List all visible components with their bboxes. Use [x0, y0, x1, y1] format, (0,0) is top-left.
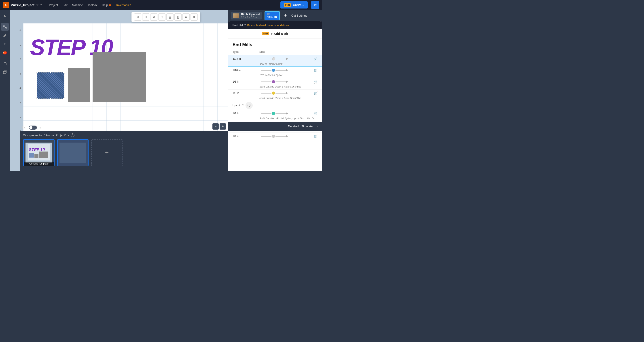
svg-rect-8: [34, 154, 38, 158]
bit-row-7: 1/4 in 🛒: [228, 133, 322, 140]
svg-text:STEP 10: STEP 10: [29, 148, 45, 152]
add-bit-label[interactable]: + Add a Bit: [271, 32, 288, 36]
workpiece-card-2[interactable]: [57, 139, 88, 166]
cart-icon-7[interactable]: 🛒: [314, 135, 318, 138]
bit-display[interactable]: Bit 1/32 in: [264, 11, 280, 20]
cut-settings-button[interactable]: Cut Settings: [291, 14, 307, 17]
help-bar: Need Help? Bit and Material Recommendati…: [228, 22, 322, 29]
nav-machine[interactable]: Machine: [72, 3, 83, 7]
resize-handle-tl[interactable]: [36, 72, 38, 73]
simulate-bar: Detailed Simulate ⋮: [228, 122, 322, 131]
material-thumbnail: [233, 14, 239, 18]
bit-list-item-4[interactable]: 1/8 in 🛒 Solid Carbide Upcut 4 Flute Spi…: [228, 90, 322, 101]
tool-apple[interactable]: 🍎: [1, 49, 9, 56]
bit-row-2: 1/16 in 🛒: [228, 67, 322, 74]
add-material-button[interactable]: +: [282, 13, 289, 19]
zoom-controls: − +: [212, 123, 226, 130]
col-size-header: Size: [260, 50, 318, 54]
upcut-icon: [246, 102, 253, 109]
detailed-button[interactable]: Detailed: [288, 125, 299, 128]
cart-icon-5[interactable]: 🛒: [314, 112, 318, 115]
tool-collapse[interactable]: ▲: [1, 12, 9, 19]
gray-shape-2[interactable]: [92, 52, 146, 102]
bit-size-1: 1/32 in: [233, 57, 260, 61]
workpieces-help[interactable]: ?: [71, 133, 74, 137]
bit-list-header: Type Size: [228, 49, 322, 55]
workpieces-arrow[interactable]: ▾: [68, 134, 69, 137]
bit-row-1: 1/32 in 🛒: [228, 55, 322, 63]
svg-rect-2: [3, 63, 6, 65]
carve-button[interactable]: PRO Carve...: [280, 1, 308, 9]
star-icon[interactable]: ☆: [36, 3, 39, 7]
pattern-shape[interactable]: [37, 72, 64, 99]
help-link[interactable]: Bit and Material Recommendations: [247, 24, 289, 27]
inventables-link[interactable]: Inventables: [116, 3, 131, 7]
upcut-area: Upcut ?: [228, 101, 322, 110]
nav-project[interactable]: Project: [49, 3, 58, 7]
resize-handle-tr[interactable]: [63, 72, 65, 73]
resize-handle-br[interactable]: [63, 98, 65, 99]
svg-rect-9: [39, 152, 48, 158]
nav-toolbox[interactable]: Toolbox: [88, 3, 98, 7]
align-bottom[interactable]: ▥: [174, 14, 182, 21]
bit-icon-3: 🛒: [261, 80, 318, 84]
align-top[interactable]: ⊡: [158, 14, 166, 21]
col-type-header: Type: [232, 50, 260, 54]
bit-list-item-1[interactable]: 1/32 in 🛒 1/32 in Fishtail Spiral: [228, 55, 322, 67]
align-center-v[interactable]: ⊟: [142, 14, 149, 21]
bit-size-7: 1/4 in: [232, 135, 260, 138]
pro-badge-add: PRO: [262, 32, 269, 35]
material-dims: 12 × 8 × 0.5 in: [241, 16, 260, 19]
gray-shape-1[interactable]: [68, 68, 90, 102]
nav-edit[interactable]: Edit: [62, 3, 67, 7]
svg-rect-11: [60, 143, 86, 163]
flip-h[interactable]: ⇔: [182, 14, 190, 21]
cart-icon-1[interactable]: 🛒: [314, 57, 317, 61]
left-toolbar: ▲ T 🍎: [0, 10, 10, 171]
zoom-out[interactable]: −: [212, 123, 219, 130]
align-middle-h[interactable]: ▤: [166, 14, 174, 21]
unit-mm-label: mm: [39, 126, 43, 129]
add-workpiece-card[interactable]: +: [91, 139, 122, 166]
svg-rect-3: [3, 71, 6, 74]
simulate-button[interactable]: Simulate: [301, 125, 312, 128]
shape-panel: Need Help? Bit and Material Recommendati…: [228, 22, 322, 171]
tool-shapes[interactable]: [1, 23, 9, 31]
main-area: ▲ T 🍎 ⊞ ⊟ ⊠ ⊡ ▤ ▥ ⇔ ⇕: [0, 10, 322, 171]
svg-rect-4: [4, 71, 7, 73]
cart-icon-3[interactable]: 🛒: [314, 80, 318, 84]
align-right[interactable]: ⊠: [150, 14, 158, 21]
svg-point-0: [3, 25, 5, 27]
material-bit-header: Birch Plywood 12 × 8 × 0.5 in Bit 1/32 i…: [228, 10, 322, 22]
svg-marker-1: [5, 27, 7, 29]
unit-toggle[interactable]: [29, 126, 37, 130]
bit-icon-4: 🛒: [261, 91, 318, 95]
tool-pen[interactable]: [1, 32, 9, 39]
cart-icon-2[interactable]: 🛒: [314, 69, 318, 72]
bit-list-item-2[interactable]: 1/16 in 🛒 1/16 in Fishtail Spiral: [228, 67, 322, 78]
upcut-help[interactable]: ?: [242, 104, 244, 107]
more-options[interactable]: ⋮: [315, 124, 319, 129]
material-display[interactable]: Birch Plywood 12 × 8 × 0.5 in: [231, 12, 262, 20]
nav-help[interactable]: Help: [102, 3, 111, 7]
code-button[interactable]: </>: [311, 1, 319, 9]
bit-list-item-3[interactable]: 1/8 in 🛒 Solid Carbide Upcut 3 Flute Spi…: [228, 78, 322, 90]
tool-3d[interactable]: [1, 69, 9, 76]
bit-info: Bit 1/32 in: [267, 13, 277, 19]
project-dropdown-icon[interactable]: ▾: [40, 3, 42, 7]
toolbar-separator2: [2, 58, 8, 58]
resize-handle-bm[interactable]: [50, 98, 52, 99]
tool-import[interactable]: [1, 60, 9, 68]
resize-handle-bl[interactable]: [36, 98, 38, 99]
toggle-knob: [29, 126, 32, 129]
help-prefix: Need Help?: [232, 24, 246, 27]
bit-list-item-7[interactable]: 1/4 in 🛒: [228, 133, 322, 140]
cart-icon-4[interactable]: 🛒: [314, 91, 318, 95]
align-left[interactable]: ⊞: [134, 14, 141, 21]
workpiece-card-1[interactable]: STEP 10 Generic Template: [23, 139, 54, 166]
flip-v[interactable]: ⇕: [190, 14, 198, 21]
resize-handle-tm[interactable]: [50, 72, 52, 73]
zoom-in[interactable]: +: [220, 123, 226, 130]
tool-text[interactable]: T: [1, 40, 9, 48]
bit-list-item-5[interactable]: 1/8 in 🛒 Solid Carbide - Fishtail Spiral…: [228, 110, 322, 121]
